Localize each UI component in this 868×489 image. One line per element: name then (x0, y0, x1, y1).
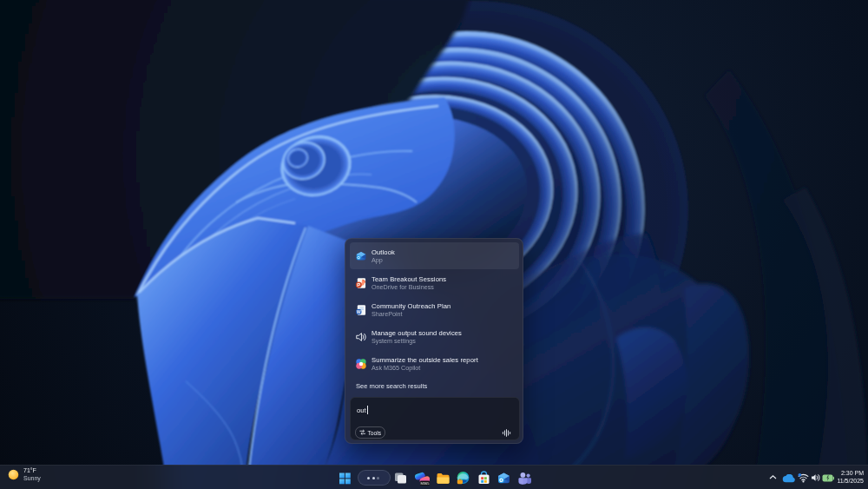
svg-text:W: W (357, 310, 361, 314)
svg-text:M365: M365 (420, 481, 430, 486)
svg-text:P: P (357, 282, 360, 287)
